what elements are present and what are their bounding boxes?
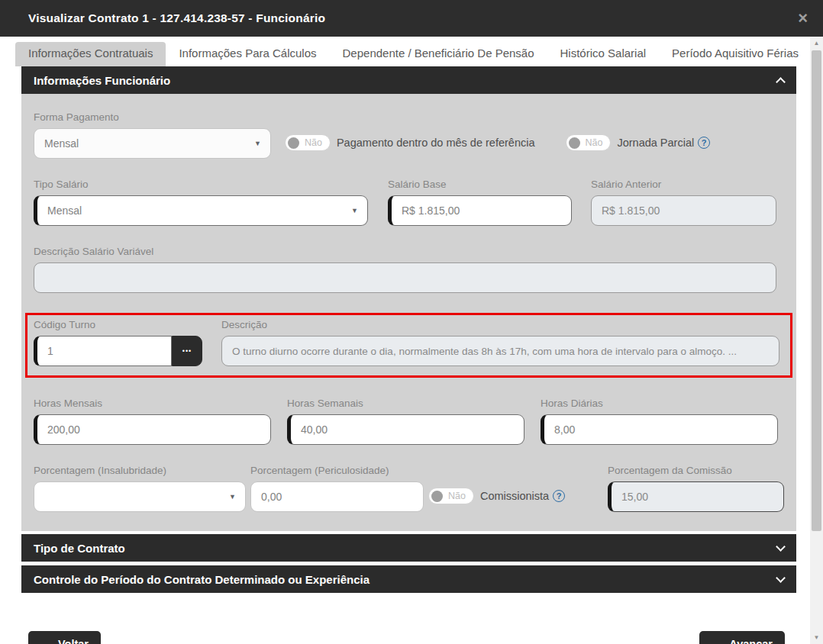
- toggle-knob: [431, 491, 443, 502]
- comissionista-label: Comissionista: [480, 490, 549, 502]
- avancar-button[interactable]: → Avançar: [699, 631, 785, 644]
- comissionista-toggle[interactable]: Não: [428, 488, 474, 504]
- toggle-knob: [288, 137, 299, 149]
- jornada-parcial-group: Não Jornada Parcial ?: [566, 134, 711, 151]
- tab-historico-salarial[interactable]: Histórico Salarial: [547, 42, 660, 66]
- row-horas: Horas Mensais 200,00 Horas Semanais 40,0…: [34, 398, 784, 445]
- scroll-up-icon[interactable]: ▲: [810, 37, 823, 50]
- highlight-annotation-box: Código Turno 1 ••• Descrição O turno diu…: [25, 313, 792, 378]
- horas-semanais-label: Horas Semanais: [287, 398, 524, 409]
- section-title: Informações Funcionário: [34, 74, 170, 87]
- modal-header: Visualizar Contrato 1 - 127.414.238-57 -…: [0, 0, 823, 37]
- codigo-turno-group: 1 •••: [34, 336, 202, 366]
- help-icon[interactable]: ?: [698, 137, 710, 149]
- row-descricao-salario-variavel: Descrição Salário Variável: [34, 246, 784, 293]
- porcentagem-insalubridade-label: Porcentagem (Insalubridade): [34, 465, 246, 476]
- forma-pagamento-label: Forma Pagamento: [34, 111, 271, 123]
- help-icon[interactable]: ?: [553, 490, 565, 502]
- comissionista-group: Não Comissionista ?: [428, 488, 565, 504]
- tipo-salario-label: Tipo Salário: [34, 179, 368, 190]
- chevron-down-icon: ▼: [351, 207, 358, 214]
- close-icon[interactable]: ×: [798, 10, 808, 27]
- codigo-turno-value: 1: [47, 345, 53, 357]
- salario-anterior-input: R$ 1.815,00: [591, 195, 776, 226]
- voltar-button[interactable]: ← Voltar: [28, 631, 101, 644]
- pagamento-dentro-mes-label: Pagamento dentro do mês de referência: [337, 137, 535, 149]
- toggle-state-label: Não: [586, 137, 603, 148]
- forma-pagamento-select[interactable]: Mensal ▼: [34, 128, 271, 159]
- porcentagem-comissao-value: 15,00: [621, 491, 648, 503]
- horas-mensais-value: 200,00: [47, 423, 80, 436]
- section-header-informacoes-funcionario[interactable]: Informações Funcionário: [21, 66, 796, 94]
- forma-pagamento-value: Mensal: [44, 137, 79, 150]
- tab-informacoes-para-calculos[interactable]: Informações Para Cálculos: [166, 42, 329, 66]
- arrow-right-icon: →: [712, 638, 723, 644]
- porcentagem-comissao-label: Porcentagem da Comissão: [608, 465, 784, 476]
- salario-base-value: R$ 1.815,00: [402, 204, 460, 217]
- modal-title: Visualizar Contrato 1 - 127.414.238-57 -…: [28, 11, 325, 25]
- toggle-knob: [569, 137, 580, 149]
- porcentagem-periculosidade-label: Porcentagem (Periculosidade): [250, 465, 424, 476]
- chevron-up-icon: [776, 77, 786, 87]
- horas-diarias-value: 8,00: [554, 423, 575, 436]
- descricao-turno-input: O turno diurno ocorre durante o dia, nor…: [221, 336, 779, 366]
- pagamento-dentro-mes-toggle[interactable]: Não: [285, 134, 331, 151]
- voltar-label: Voltar: [58, 638, 89, 644]
- porcentagem-insalubridade-select[interactable]: ▼: [34, 481, 246, 512]
- codigo-turno-label: Código Turno: [34, 319, 202, 330]
- tab-periodo-aquisitivo-ferias[interactable]: Período Aquisitivo Férias: [659, 42, 812, 66]
- ellipsis-icon: •••: [182, 347, 192, 355]
- row-salarios: Tipo Salário Mensal ▼ Salário Base R$ 1.…: [34, 179, 784, 226]
- porcentagem-periculosidade-value: 0,00: [261, 491, 282, 503]
- horas-diarias-input[interactable]: 8,00: [541, 414, 778, 445]
- porcentagem-comissao-input: 15,00: [608, 481, 784, 512]
- informacoes-funcionario-body: Forma Pagamento Mensal ▼ Não Pagamento d…: [21, 94, 796, 531]
- horas-mensais-input[interactable]: 200,00: [34, 414, 271, 445]
- section-header-tipo-de-contrato[interactable]: Tipo de Contrato: [21, 534, 796, 562]
- tipo-salario-select[interactable]: Mensal ▼: [34, 195, 368, 226]
- horas-semanais-input[interactable]: 40,00: [287, 414, 524, 445]
- tab-informacoes-contratuais[interactable]: Informações Contratuais: [15, 42, 166, 66]
- toggle-state-label: Não: [448, 491, 466, 501]
- descricao-turno-label: Descrição: [221, 319, 779, 330]
- avancar-label: Avançar: [729, 638, 773, 644]
- row-forma-pagamento: Forma Pagamento Mensal ▼ Não Pagamento d…: [34, 111, 784, 159]
- chevron-down-icon: ▼: [229, 493, 236, 501]
- pagamento-dentro-mes-group: Não Pagamento dentro do mês de referênci…: [285, 134, 535, 151]
- scroll-down-icon[interactable]: ▼: [810, 631, 823, 644]
- row-codigo-turno: Código Turno 1 ••• Descrição O turno diu…: [34, 319, 784, 366]
- section-title: Tipo de Contrato: [34, 542, 125, 555]
- porcentagem-periculosidade-input[interactable]: 0,00: [250, 481, 424, 512]
- salario-base-label: Salário Base: [388, 179, 572, 190]
- horas-diarias-label: Horas Diárias: [541, 398, 778, 409]
- vertical-scrollbar[interactable]: ▲ ▼: [810, 37, 823, 644]
- horas-semanais-value: 40,00: [301, 423, 328, 436]
- salario-anterior-label: Salário Anterior: [591, 179, 776, 190]
- salario-anterior-value: R$ 1.815,00: [602, 204, 660, 217]
- row-porcentagens: Porcentagem (Insalubridade) ▼ Porcentage…: [34, 465, 784, 512]
- descricao-salario-variavel-input: [34, 262, 776, 293]
- codigo-turno-input[interactable]: 1: [34, 336, 172, 366]
- arrow-left-icon: ←: [40, 638, 52, 644]
- horas-mensais-label: Horas Mensais: [34, 398, 271, 409]
- section-header-controle-periodo[interactable]: Controle do Período do Contrato Determin…: [21, 565, 796, 593]
- tipo-salario-value: Mensal: [47, 204, 82, 217]
- ellipsis-lookup-button[interactable]: •••: [172, 336, 202, 366]
- tab-dependente-beneficiario[interactable]: Dependente / Beneficiário De Pensão: [330, 42, 547, 66]
- chevron-down-icon: [776, 573, 786, 583]
- scrollbar-thumb[interactable]: [812, 50, 821, 531]
- descricao-salario-variavel-label: Descrição Salário Variável: [34, 246, 776, 257]
- section-title: Controle do Período do Contrato Determin…: [34, 573, 370, 586]
- descricao-turno-value: O turno diurno ocorre durante o dia, nor…: [232, 346, 737, 357]
- salario-base-input[interactable]: R$ 1.815,00: [388, 195, 572, 226]
- toggle-state-label: Não: [305, 137, 322, 148]
- chevron-down-icon: ▼: [254, 140, 261, 147]
- jornada-parcial-toggle[interactable]: Não: [566, 134, 612, 151]
- chevron-down-icon: [776, 542, 786, 552]
- secondary-tab-bar: Informações Contratuais Informações Para…: [15, 42, 823, 66]
- jornada-parcial-label: Jornada Parcial: [617, 137, 694, 149]
